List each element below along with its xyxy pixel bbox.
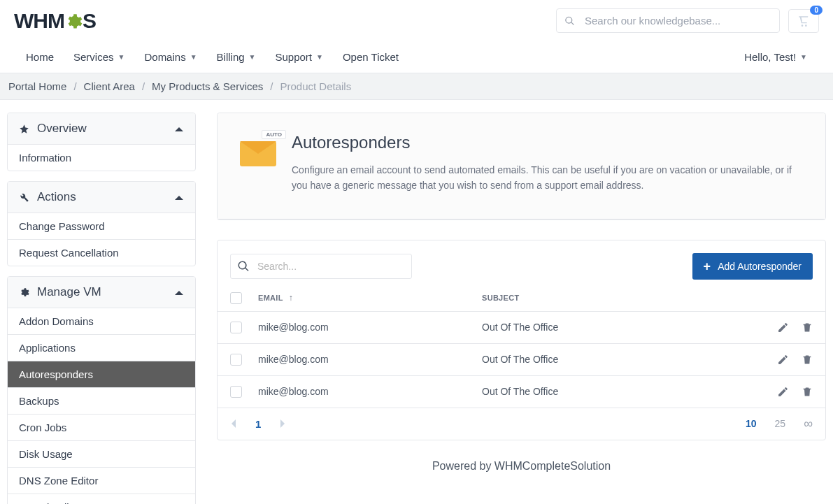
page-size-10[interactable]: 10 bbox=[746, 418, 757, 429]
sidebar-panel-actions: ActionsChange PasswordRequest Cancellati… bbox=[7, 181, 196, 266]
page-description: Configure an email account to send autom… bbox=[292, 162, 803, 194]
knowledgebase-search-input[interactable] bbox=[556, 8, 780, 33]
nav-item-open-ticket[interactable]: Open Ticket bbox=[334, 41, 407, 73]
chevron-up-icon bbox=[174, 194, 184, 201]
edit-icon[interactable] bbox=[777, 322, 789, 333]
nav-item-support[interactable]: Support▼ bbox=[266, 41, 331, 73]
sidebar-item-autoresponders[interactable]: Autoresponders bbox=[8, 361, 195, 387]
table-row: mike@blog.comOut Of The Office bbox=[218, 376, 825, 408]
sidebar-item-dns-zone-editor[interactable]: DNS Zone Editor bbox=[8, 467, 195, 494]
star-icon bbox=[19, 124, 30, 134]
data-card: + Add Autoresponder EMAIL ↑ SUBJECT mi bbox=[217, 240, 826, 440]
logo-text-a: WHM bbox=[14, 9, 64, 32]
sidebar-item-backups[interactable]: Backups bbox=[8, 387, 195, 414]
user-greeting: Hello, Test! bbox=[744, 51, 796, 63]
select-all-checkbox[interactable] bbox=[230, 292, 242, 304]
logo-text-b: S bbox=[83, 9, 96, 32]
cart-button[interactable]: 0 bbox=[788, 9, 819, 33]
gear-icon bbox=[19, 287, 30, 298]
edit-icon[interactable] bbox=[777, 354, 789, 366]
pagination: 1 1025∞ bbox=[218, 408, 825, 440]
current-page[interactable]: 1 bbox=[255, 418, 261, 430]
page-header: AUTO Autoresponders Configure an email a… bbox=[218, 113, 825, 219]
prev-page-button[interactable] bbox=[230, 419, 237, 429]
nav-item-home[interactable]: Home bbox=[17, 41, 62, 73]
toolbar: + Add Autoresponder bbox=[218, 240, 825, 285]
breadcrumb-link[interactable]: Client Area bbox=[84, 80, 135, 92]
sidebar-item-cron-jobs[interactable]: Cron Jobs bbox=[8, 414, 195, 440]
trash-icon[interactable] bbox=[802, 354, 813, 366]
chevron-down-icon: ▼ bbox=[800, 53, 807, 61]
page-title: Autoresponders bbox=[292, 133, 803, 152]
cart-icon bbox=[797, 15, 810, 27]
sidebar-panel-overview: OverviewInformation bbox=[7, 113, 196, 171]
header-right: 0 bbox=[556, 8, 819, 33]
panel-header[interactable]: Actions bbox=[8, 182, 195, 213]
cart-badge: 0 bbox=[810, 6, 823, 15]
panel-header[interactable]: Overview bbox=[8, 113, 195, 144]
page-size-all[interactable]: ∞ bbox=[804, 417, 813, 431]
chevron-up-icon bbox=[174, 126, 184, 132]
table-header: EMAIL ↑ SUBJECT bbox=[218, 285, 825, 312]
cell-subject: Out Of The Office bbox=[482, 354, 750, 365]
sidebar-item-request-cancellation[interactable]: Request Cancellation bbox=[8, 239, 195, 266]
nav-item-domains[interactable]: Domains▼ bbox=[136, 41, 205, 73]
breadcrumb-link[interactable]: Portal Home bbox=[8, 80, 66, 92]
sidebar-panel-manage-vm: Manage VMAddon DomainsApplicationsAutore… bbox=[7, 276, 196, 504]
add-autoresponder-button[interactable]: + Add Autoresponder bbox=[692, 253, 813, 280]
chevron-down-icon: ▼ bbox=[190, 53, 197, 61]
cell-subject: Out Of The Office bbox=[482, 386, 750, 397]
chevron-up-icon bbox=[174, 289, 184, 296]
table-search-box bbox=[230, 254, 412, 279]
sort-ascending-icon: ↑ bbox=[289, 293, 293, 303]
plus-icon: + bbox=[704, 260, 711, 273]
cell-email: mike@blog.com bbox=[258, 322, 482, 333]
auto-tag: AUTO bbox=[262, 130, 286, 139]
sidebar-item-applications[interactable]: Applications bbox=[8, 334, 195, 361]
table-search-input[interactable] bbox=[230, 254, 412, 279]
sidebar-item-information[interactable]: Information bbox=[8, 144, 195, 171]
nav-left: HomeServices▼Domains▼Billing▼Support▼Ope… bbox=[17, 41, 407, 73]
nav-item-billing[interactable]: Billing▼ bbox=[208, 41, 264, 73]
envelope-icon: AUTO bbox=[240, 137, 276, 165]
gear-icon bbox=[64, 9, 83, 33]
breadcrumb-link[interactable]: My Products & Services bbox=[152, 80, 263, 92]
cell-subject: Out Of The Office bbox=[482, 322, 750, 333]
sidebar: OverviewInformationActionsChange Passwor… bbox=[7, 113, 196, 504]
column-header-email[interactable]: EMAIL ↑ bbox=[258, 293, 482, 303]
wrench-icon bbox=[19, 192, 30, 203]
chevron-down-icon: ▼ bbox=[118, 53, 125, 61]
chevron-down-icon: ▼ bbox=[249, 53, 256, 61]
row-checkbox[interactable] bbox=[230, 322, 242, 333]
page-card: AUTO Autoresponders Configure an email a… bbox=[217, 113, 826, 220]
user-menu[interactable]: Hello, Test! ▼ bbox=[736, 41, 816, 73]
main-content: AUTO Autoresponders Configure an email a… bbox=[217, 113, 826, 504]
row-checkbox[interactable] bbox=[230, 386, 242, 398]
main-nav: HomeServices▼Domains▼Billing▼Support▼Ope… bbox=[0, 41, 833, 73]
sidebar-item-change-password[interactable]: Change Password bbox=[8, 213, 195, 239]
footer: Powered by WHMCompleteSolution bbox=[217, 460, 826, 487]
nav-item-services[interactable]: Services▼ bbox=[65, 41, 133, 73]
container: OverviewInformationActionsChange Passwor… bbox=[0, 100, 833, 504]
column-header-subject[interactable]: SUBJECT bbox=[482, 294, 750, 302]
row-checkbox[interactable] bbox=[230, 354, 242, 366]
search-icon bbox=[237, 260, 250, 273]
page-size-25[interactable]: 25 bbox=[775, 418, 786, 429]
cell-email: mike@blog.com bbox=[258, 354, 482, 365]
trash-icon[interactable] bbox=[802, 386, 813, 398]
next-page-button[interactable] bbox=[279, 419, 286, 429]
sidebar-item-disk-usage[interactable]: Disk Usage bbox=[8, 440, 195, 467]
page-size-selector: 1025∞ bbox=[746, 417, 813, 431]
autoresponders-table: EMAIL ↑ SUBJECT mike@blog.comOut Of The … bbox=[218, 285, 825, 408]
sidebar-item-addon-domains[interactable]: Addon Domains bbox=[8, 308, 195, 334]
chevron-down-icon: ▼ bbox=[316, 53, 323, 61]
logo[interactable]: WHMS bbox=[14, 9, 96, 33]
cell-email: mike@blog.com bbox=[258, 386, 482, 397]
trash-icon[interactable] bbox=[802, 322, 813, 333]
panel-header[interactable]: Manage VM bbox=[8, 277, 195, 308]
sidebar-item-domain-aliases[interactable]: Domain Aliases bbox=[8, 494, 195, 504]
edit-icon[interactable] bbox=[777, 386, 789, 398]
table-row: mike@blog.comOut Of The Office bbox=[218, 344, 825, 376]
add-button-label: Add Autoresponder bbox=[718, 261, 802, 272]
header: WHMS 0 bbox=[0, 0, 833, 41]
